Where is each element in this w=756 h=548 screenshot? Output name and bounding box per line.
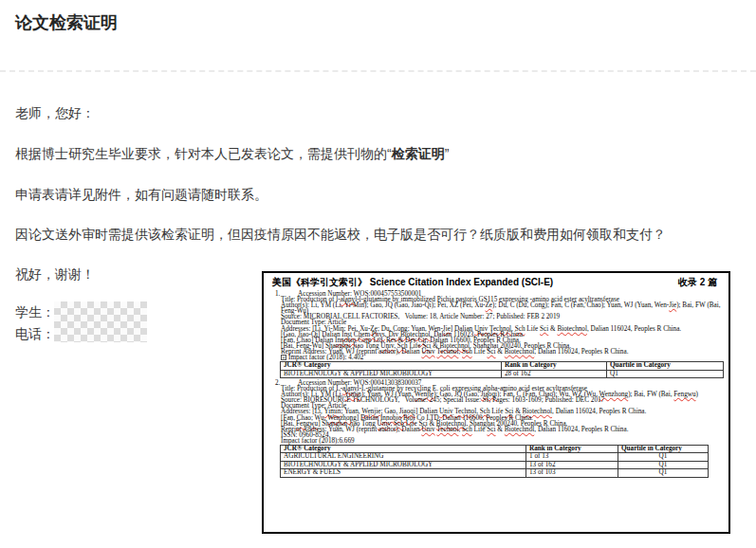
student-label: 学生：	[15, 303, 55, 320]
spellcheck-underline: Ze	[485, 301, 492, 309]
jcr-table-header: JCR® Category	[281, 362, 502, 370]
phone-label: 电话：	[15, 325, 55, 342]
table-row: BIOTECHNOLOGY & APPLIED MICROBIOLOGY28 o…	[281, 370, 724, 377]
spellcheck-underline: Univ	[421, 348, 434, 356]
citation-entry: 2.Accession Number: WOS:000413038300037T…	[272, 380, 723, 478]
spellcheck-underline: Biotechnol	[505, 426, 535, 433]
jcr-table-header: Rank in Category	[526, 445, 618, 452]
paragraph-requirement-suffix: ”	[445, 146, 450, 161]
citation-entry: 1.Accession Number: WOS:000457553500001T…	[272, 291, 723, 378]
table-row: ENERGY & FUELS13 of 103Q1	[281, 469, 709, 477]
closing: 祝好，谢谢！	[15, 265, 95, 283]
spellcheck-underline: Biotechnol	[505, 348, 535, 356]
sci-certificate-image[interactable]: 美国《科学引文索引》 Science Citation Index Expand…	[262, 271, 730, 534]
table-cell: Q1	[618, 461, 709, 468]
spellcheck-underline: Technol	[436, 348, 458, 356]
paragraph-requirement-prefix: 根据博士研究生毕业要求，针对本人已发表论文，需提供刊物的“	[15, 146, 392, 161]
spellcheck-underline: Sch	[462, 426, 472, 433]
certificate-title: 美国《科学引文索引》 Science Citation Index Expand…	[272, 277, 553, 288]
paragraph-attachment-note: 申请表请详见附件，如有问题请随时联系。	[15, 186, 267, 203]
table-cell: 28 of 162	[502, 370, 607, 377]
table-row: AGRICULTURAL ENGINEERING1 of 13Q1	[281, 453, 709, 461]
certificate-header: 美国《科学引文索引》 Science Citation Index Expand…	[272, 277, 721, 288]
jcr-table-header: Quartile in Category	[618, 445, 709, 452]
table-cell: BIOTECHNOLOGY & APPLIED MICROBIOLOGY	[281, 370, 502, 377]
table-cell: BIOTECHNOLOGY & APPLIED MICROBIOLOGY	[281, 461, 526, 468]
redacted-personal-info	[54, 301, 147, 342]
table-cell: AGRICULTURAL ENGINEERING	[281, 453, 526, 461]
page: 论文检索证明 老师，您好： 根据博士研究生毕业要求，针对本人已发表论文，需提供刊…	[0, 0, 756, 548]
page-title: 论文检索证明	[15, 12, 118, 33]
spellcheck-underline: Sci	[487, 426, 495, 433]
paragraph-requirement: 根据博士研究生毕业要求，针对本人已发表论文，需提供刊物的“检索证明”	[15, 145, 449, 162]
jcr-table-header: Rank in Category	[502, 362, 607, 370]
spellcheck-underline: Technol	[436, 426, 458, 433]
certificate-count-badge: 收录 2 篇	[678, 277, 717, 288]
certificate-title-en: Science Citation Index Expanded (SCI-E)	[370, 277, 553, 287]
jcr-table-header: JCR® Category	[281, 445, 526, 452]
jcr-category-table: JCR® CategoryRank in CategoryQuartile in…	[280, 445, 709, 478]
table-cell: 13 of 162	[526, 461, 618, 468]
spellcheck-underline: Sci	[540, 325, 548, 333]
table-cell: ENERGY & FUELS	[281, 469, 526, 477]
spellcheck-underline: Fengwu	[673, 391, 695, 398]
spellcheck-underline: Sch	[462, 348, 472, 356]
spellcheck-underline: Sci	[487, 348, 495, 356]
table-cell: 13 of 103	[526, 469, 618, 477]
paragraph-question: 因论文送外审时需提供该检索证明，但因疫情原因不能返校，电子版是否可行？纸质版和费…	[15, 226, 666, 243]
table-cell: Q1	[618, 453, 709, 461]
keyword-bold: 检索证明	[392, 146, 445, 161]
spellcheck-underline: Univ	[421, 426, 434, 433]
certificate-title-cn: 美国《科学引文索引》	[272, 277, 367, 287]
table-anchor-icon: +	[281, 355, 286, 360]
table-cell: 1 of 13	[526, 453, 618, 461]
table-cell: Q1	[618, 469, 709, 477]
greeting: 老师，您好：	[15, 104, 95, 121]
spellcheck-underline: Biotechnol	[557, 325, 587, 333]
table-cell: Q1	[607, 370, 724, 377]
citation-line: Impact factor (2018):6.669	[272, 438, 723, 444]
jcr-category-table: JCR® CategoryRank in CategoryQuartile in…	[280, 361, 724, 378]
spellcheck-underline: Jie	[669, 301, 676, 309]
jcr-table-header: Quartile in Category	[607, 362, 724, 370]
divider	[0, 70, 756, 72]
citation-entries: 1.Accession Number: WOS:000457553500001T…	[272, 291, 723, 478]
table-row: BIOTECHNOLOGY & APPLIED MICROBIOLOGY13 o…	[281, 461, 709, 468]
